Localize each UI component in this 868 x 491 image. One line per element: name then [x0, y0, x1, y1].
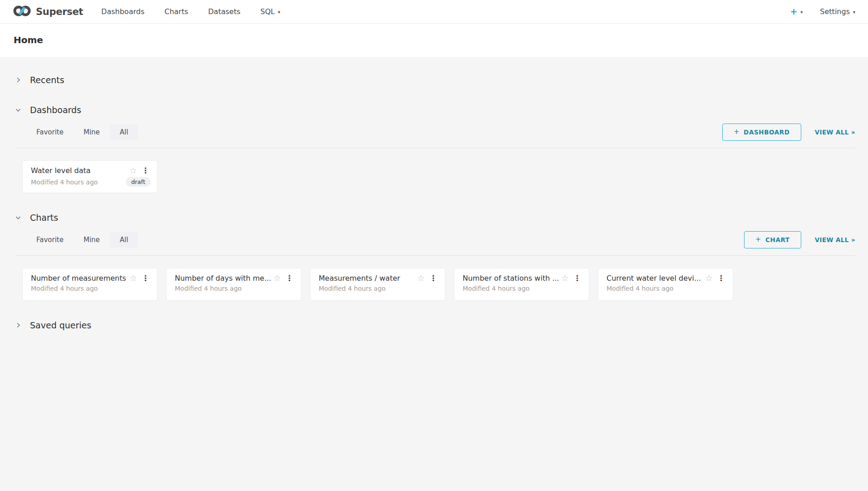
- modified-timestamp: Modified 4 hours ago: [463, 285, 529, 292]
- more-menu-icon[interactable]: ⋮: [141, 167, 151, 174]
- card-top: Number of days with me... ☆ ⋮: [175, 274, 295, 283]
- content: Recents Dashboards Favorite Mine All + D…: [0, 57, 868, 336]
- dashboards-tabs: Favorite Mine All: [26, 124, 138, 140]
- top-navbar: Superset Dashboards Charts Datasets SQL …: [0, 0, 868, 24]
- section-title: Recents: [30, 75, 64, 85]
- add-dashboard-label: DASHBOARD: [744, 129, 790, 136]
- tab-all[interactable]: All: [110, 232, 138, 248]
- modified-timestamp: Modified 4 hours ago: [607, 285, 673, 292]
- more-menu-icon[interactable]: ⋮: [141, 274, 151, 282]
- chart-card-title[interactable]: Number of measurements: [31, 274, 127, 283]
- modified-timestamp: Modified 4 hours ago: [175, 285, 242, 292]
- card-top: Measurements / water ☆ ⋮: [319, 274, 439, 283]
- plus-icon: +: [755, 235, 761, 243]
- add-chart-label: CHART: [765, 236, 790, 243]
- nav-item-sql[interactable]: SQL ▾: [261, 7, 281, 16]
- card-icons: ☆ ⋮: [273, 274, 295, 283]
- chart-card-title[interactable]: Number of days with me...: [175, 274, 271, 283]
- section-title: Dashboards: [30, 105, 81, 115]
- card-icons: ☆ ⋮: [561, 274, 582, 283]
- nav-item-dashboards[interactable]: Dashboards: [101, 7, 144, 16]
- chevron-down-icon: ▾: [800, 10, 803, 15]
- brand-name: Superset: [36, 6, 83, 17]
- tab-favorite[interactable]: Favorite: [26, 124, 74, 140]
- favorite-star-icon[interactable]: ☆: [417, 274, 425, 283]
- charts-actions: + CHART VIEW ALL »: [744, 231, 855, 248]
- card-top: Number of stations with ... ☆ ⋮: [463, 274, 582, 283]
- favorite-star-icon[interactable]: ☆: [129, 274, 137, 283]
- card-bottom: Modified 4 hours ago: [463, 285, 582, 292]
- dashboard-card-title[interactable]: Water level data: [31, 166, 127, 175]
- card-icons: ☆ ⋮: [129, 166, 151, 175]
- page-title: Home: [14, 35, 854, 45]
- more-menu-icon[interactable]: ⋮: [572, 274, 582, 282]
- charts-cards-row: Number of measurements ☆ ⋮ Modified 4 ho…: [13, 256, 855, 314]
- nav-item-charts[interactable]: Charts: [164, 7, 188, 16]
- new-item-menu[interactable]: + ▾: [790, 7, 803, 16]
- more-menu-icon[interactable]: ⋮: [716, 274, 726, 282]
- chevron-down-icon: ▾: [278, 10, 280, 15]
- settings-menu[interactable]: Settings ▾: [820, 7, 855, 16]
- chart-card[interactable]: Number of measurements ☆ ⋮ Modified 4 ho…: [22, 268, 158, 301]
- card-top: Number of measurements ☆ ⋮: [31, 274, 151, 283]
- favorite-star-icon[interactable]: ☆: [273, 274, 281, 283]
- card-bottom: Modified 4 hours ago draft: [31, 177, 151, 187]
- card-bottom: Modified 4 hours ago: [31, 285, 151, 292]
- section-title: Saved queries: [30, 320, 91, 330]
- chart-card-title[interactable]: Measurements / water: [319, 274, 414, 283]
- add-dashboard-button[interactable]: + DASHBOARD: [722, 124, 801, 141]
- chart-card-title[interactable]: Current water level devi...: [607, 274, 702, 283]
- section-header-dashboards[interactable]: Dashboards: [13, 99, 855, 121]
- nav-links: Dashboards Charts Datasets SQL ▾: [101, 7, 280, 16]
- card-bottom: Modified 4 hours ago: [607, 285, 726, 292]
- chart-card[interactable]: Measurements / water ☆ ⋮ Modified 4 hour…: [310, 268, 445, 301]
- more-menu-icon[interactable]: ⋮: [429, 274, 439, 282]
- view-all-charts-link[interactable]: VIEW ALL »: [815, 236, 855, 243]
- chart-card[interactable]: Current water level devi... ☆ ⋮ Modified…: [598, 268, 733, 301]
- favorite-star-icon[interactable]: ☆: [129, 166, 137, 175]
- plus-icon: +: [734, 128, 740, 136]
- dashboard-card[interactable]: Water level data ☆ ⋮ Modified 4 hours ag…: [22, 160, 158, 193]
- chevron-down-icon: [15, 107, 21, 113]
- tab-all[interactable]: All: [110, 124, 138, 140]
- card-top: Current water level devi... ☆ ⋮: [607, 274, 726, 283]
- card-icons: ☆ ⋮: [417, 274, 439, 283]
- superset-logo[interactable]: Superset: [13, 5, 83, 19]
- chevron-right-icon: [15, 322, 21, 328]
- modified-timestamp: Modified 4 hours ago: [319, 285, 385, 292]
- add-chart-button[interactable]: + CHART: [744, 231, 801, 248]
- nav-item-datasets[interactable]: Datasets: [208, 7, 241, 16]
- card-icons: ☆ ⋮: [129, 274, 151, 283]
- chevron-down-icon: [15, 215, 21, 220]
- tab-favorite[interactable]: Favorite: [26, 232, 74, 248]
- card-icons: ☆ ⋮: [705, 274, 726, 283]
- tab-mine[interactable]: Mine: [74, 232, 110, 248]
- superset-infinity-icon: [13, 5, 32, 19]
- chart-card[interactable]: Number of days with me... ☆ ⋮ Modified 4…: [166, 268, 301, 301]
- chart-card[interactable]: Number of stations with ... ☆ ⋮ Modified…: [454, 268, 589, 301]
- favorite-star-icon[interactable]: ☆: [705, 274, 713, 283]
- card-bottom: Modified 4 hours ago: [175, 285, 295, 292]
- section-header-charts[interactable]: Charts: [13, 207, 855, 228]
- more-menu-icon[interactable]: ⋮: [285, 274, 295, 282]
- view-all-dashboards-link[interactable]: VIEW ALL »: [815, 129, 855, 136]
- card-top: Water level data ☆ ⋮: [31, 166, 151, 175]
- page-header: Home: [0, 24, 868, 57]
- dashboards-toolbar: Favorite Mine All + DASHBOARD VIEW ALL »: [13, 124, 855, 141]
- modified-timestamp: Modified 4 hours ago: [31, 285, 98, 292]
- settings-label: Settings: [820, 7, 850, 16]
- section-header-recents[interactable]: Recents: [13, 69, 855, 91]
- favorite-star-icon[interactable]: ☆: [561, 274, 569, 283]
- section-title: Charts: [30, 213, 58, 223]
- charts-toolbar: Favorite Mine All + CHART VIEW ALL »: [13, 231, 855, 248]
- chart-card-title[interactable]: Number of stations with ...: [463, 274, 558, 283]
- nav-right: + ▾ Settings ▾: [790, 7, 855, 16]
- chevron-down-icon: ▾: [853, 10, 855, 15]
- section-header-saved-queries[interactable]: Saved queries: [13, 314, 855, 336]
- dashboards-cards-row: Water level data ☆ ⋮ Modified 4 hours ag…: [13, 148, 855, 207]
- modified-timestamp: Modified 4 hours ago: [31, 179, 98, 186]
- chevron-right-icon: [15, 77, 21, 83]
- nav-item-sql-label: SQL: [261, 7, 275, 16]
- tab-mine[interactable]: Mine: [74, 124, 110, 140]
- charts-tabs: Favorite Mine All: [26, 232, 138, 248]
